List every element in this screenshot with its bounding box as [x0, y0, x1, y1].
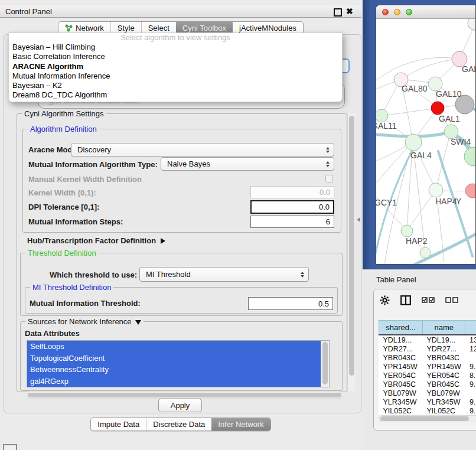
node-table[interactable]: shared...nameAYDL19...YDL19...13YDR27...… — [379, 320, 476, 415]
minimize-light-icon[interactable] — [394, 9, 400, 15]
network-edge[interactable] — [407, 190, 436, 230]
sources-title[interactable]: Sources for Network Inference — [25, 317, 144, 326]
control-panel-titlebar[interactable]: Control Panel — [0, 5, 361, 18]
minimized-panel-icon[interactable] — [3, 444, 17, 450]
table-cell: YDR27... — [422, 344, 465, 353]
mi-threshold-definition-title: MI Threshold Definition — [30, 283, 113, 292]
aracne-mode-combo[interactable]: Discovery — [71, 143, 334, 156]
which-threshold-combo[interactable]: MI Threshold — [139, 267, 309, 282]
network-node-gal11[interactable] — [376, 109, 388, 122]
algorithm-popup-item[interactable]: Bayesian – Hill Climbing — [9, 43, 342, 52]
data-attribute-item-selected[interactable]: BetweennessCentrality — [27, 364, 321, 376]
close-icon[interactable]: ✖ — [346, 6, 353, 16]
data-attributes-list[interactable]: SelfLoopsTopologicalCoefficientBetweenne… — [27, 340, 330, 387]
table-panel-title: Table Panel — [376, 275, 416, 284]
network-node[interactable] — [464, 147, 476, 166]
network-edge[interactable] — [401, 59, 459, 80]
data-attribute-item-selected[interactable]: gal4RGexp — [27, 376, 321, 387]
table-row[interactable]: YER054CYER054C8. — [379, 371, 476, 380]
zoom-light-icon[interactable] — [406, 9, 412, 15]
table-row[interactable]: YDL19...YDL19...13 — [379, 335, 476, 344]
close-light-icon[interactable] — [382, 9, 389, 15]
network-edge[interactable] — [376, 142, 413, 190]
table-column-header[interactable]: name — [422, 321, 465, 335]
tab-label: Network — [76, 24, 104, 32]
float-icon[interactable] — [334, 8, 342, 17]
network-view-window[interactable]: GALGAL80GAL10GAL1SWI4GAL11GAL4GCY1HAP4YH… — [376, 5, 476, 265]
network-node-label: GAL80 — [402, 84, 428, 93]
table-column-header[interactable]: A — [465, 321, 476, 335]
aracne-mode-value: Discovery — [77, 145, 111, 154]
mi-algorithm-type-value: Naive Bayes — [167, 159, 210, 168]
table-cell: 9. — [465, 397, 476, 406]
deselect-checkboxes-icon[interactable] — [445, 296, 458, 304]
algorithm-popup-item[interactable]: Dream8 DC_TDC Algorithm — [9, 90, 342, 100]
network-node-label: SWI4 — [451, 137, 471, 146]
settings-horizontal-scrollbar[interactable] — [26, 392, 343, 399]
table-row[interactable]: YBR043CYBR043C — [379, 353, 476, 362]
mi-steps-input[interactable]: 6 — [250, 216, 334, 228]
tab-label: Style — [118, 24, 135, 32]
table-column-header[interactable]: shared... — [379, 321, 423, 335]
network-node[interactable] — [420, 247, 431, 258]
algorithm-popup-item[interactable]: Bayesian – K2 — [9, 81, 342, 90]
network-edge[interactable] — [382, 108, 438, 116]
apply-button-label: Apply — [171, 401, 190, 410]
network-graph-canvas[interactable]: GALGAL80GAL10GAL1SWI4GAL11GAL4GCY1HAP4YH… — [376, 19, 476, 265]
dpi-tolerance-input[interactable]: 0.0 — [250, 200, 334, 214]
settings-gear-icon[interactable] — [380, 295, 390, 305]
hub-section-toggle[interactable]: Hub/Transcription Factor Definition — [27, 236, 165, 245]
table-cell: 9. — [465, 406, 476, 415]
data-attribute-item-selected[interactable]: TopologicalCoefficient — [27, 353, 321, 364]
network-node-hap2[interactable] — [401, 225, 413, 237]
table-cell: YBL079W — [379, 389, 423, 397]
data-attribute-item-selected[interactable]: SelfLoops — [27, 341, 321, 353]
tab-discretize-data[interactable]: Discretize Data — [146, 418, 211, 431]
settings-vertical-scrollbar[interactable] — [347, 113, 356, 391]
mi-algorithm-type-combo[interactable]: Naive Bayes — [161, 157, 334, 171]
dpi-tolerance-value: 0.0 — [319, 203, 330, 211]
split-columns-icon[interactable] — [400, 295, 411, 305]
algorithm-popup-items: Bayesian – Hill ClimbingBasic Correlatio… — [9, 43, 342, 100]
select-all-checkboxes-icon[interactable] — [422, 296, 435, 304]
mi-threshold-input[interactable]: 0.5 — [248, 297, 333, 310]
tab-impute-data[interactable]: Impute Data — [91, 418, 146, 431]
network-node-gal1[interactable] — [431, 102, 444, 115]
table-row[interactable]: YIL052CYIL052C9. — [379, 406, 476, 415]
network-node-label: Y — [456, 197, 462, 206]
algorithm-popup-item[interactable]: Mutual Information Inference — [9, 71, 342, 81]
tab-label: Cyni Toolbox — [182, 24, 226, 32]
network-node-hap4[interactable] — [429, 183, 443, 197]
network-window-titlebar[interactable] — [376, 5, 475, 19]
kernel-width-label: Kernel Width (0,1): — [28, 188, 96, 197]
apply-button[interactable]: Apply — [158, 399, 202, 412]
manual-kernel-checkbox[interactable] — [325, 175, 333, 182]
table-row[interactable]: YBL079WYBL079W — [379, 389, 476, 397]
dpi-tolerance-label: DPI Tolerance [0,1]: — [28, 203, 99, 211]
table-row[interactable]: YDR27...YDR27...12 — [379, 344, 476, 353]
attributes-scrollbar[interactable] — [321, 341, 329, 387]
data-attributes-label: Data Attributes — [25, 329, 80, 338]
algorithm-popup-item[interactable]: Basic Correlation Inference — [9, 52, 342, 61]
algorithm-popup-item[interactable]: ARACNE Algorithm — [9, 62, 342, 71]
network-node-label: GAL1 — [439, 114, 460, 123]
table-cell: YIL052C — [379, 406, 423, 415]
network-node-gal4[interactable] — [405, 134, 422, 151]
network-node-y[interactable] — [465, 184, 476, 198]
control-panel-title: Control Panel — [5, 7, 52, 16]
table-cell: YBR043C — [422, 353, 465, 362]
algorithm-dropdown-popup: Select algorithm to view settings Bayesi… — [8, 32, 343, 102]
algorithm-popup-header: Select algorithm to view settings — [9, 33, 342, 43]
table-row[interactable]: YLR345WYLR345W9. — [379, 397, 476, 406]
tab-infer-network[interactable]: Infer Network — [211, 418, 270, 431]
mi-steps-label: Mutual Information Steps: — [28, 217, 123, 226]
table-horizontal-scrollbar[interactable] — [379, 415, 476, 422]
panel-divider-collapse-icon[interactable] — [357, 217, 360, 222]
table-row[interactable]: YPR145WYPR145W9. — [379, 362, 476, 371]
network-node-label: GAL11 — [376, 121, 397, 131]
network-desktop-background: GALGAL80GAL10GAL1SWI4GAL11GAL4GCY1HAP4YH… — [363, 0, 476, 269]
table-cell: YBR045C — [422, 380, 465, 389]
network-node-label: HAP2 — [406, 236, 428, 246]
network-node[interactable] — [468, 19, 476, 30]
table-row[interactable]: YBR045CYBR045C9. — [379, 380, 476, 389]
